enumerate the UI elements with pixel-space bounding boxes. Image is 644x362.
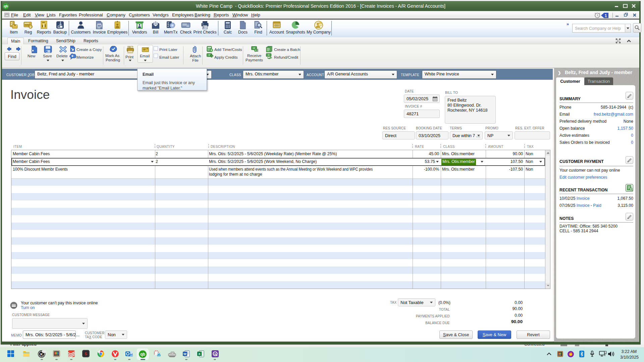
svg-text:2: 2 xyxy=(30,25,31,28)
svg-text:G: G xyxy=(214,353,216,356)
svg-text:S: S xyxy=(85,351,88,356)
svg-text:X: X xyxy=(198,352,201,356)
svg-text:1: 1 xyxy=(605,13,607,18)
svg-text:W: W xyxy=(183,352,186,356)
svg-text:qb: qb xyxy=(319,23,322,26)
svg-text:qb: qb xyxy=(140,352,145,357)
svg-text:K: K xyxy=(40,352,43,356)
